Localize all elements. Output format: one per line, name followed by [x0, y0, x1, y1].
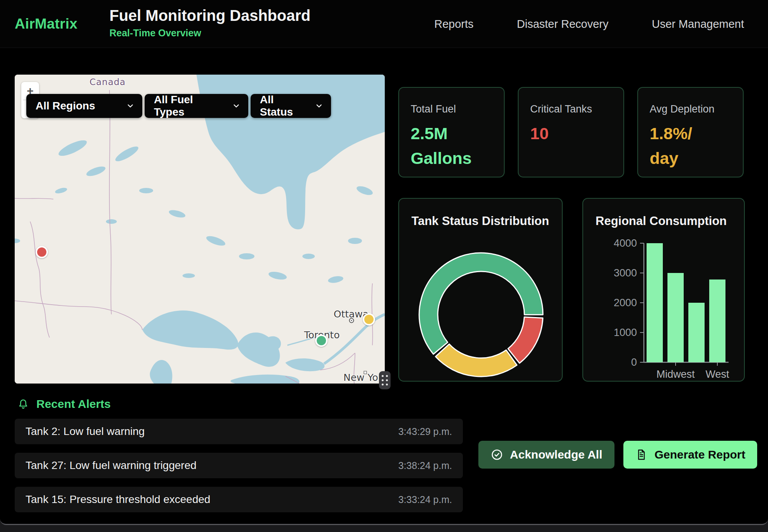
brand-logo: AirMatrix: [15, 0, 77, 48]
check-circle-icon: [491, 448, 503, 461]
alert-row[interactable]: Tank 27: Low fuel warning triggered 3:38…: [15, 453, 463, 478]
alert-row[interactable]: Tank 2: Low fuel warning 3:43:29 p.m.: [15, 419, 463, 444]
stat-value: 1.8%/ day: [650, 121, 731, 171]
regional-consumption-bar-chart: 01000200030004000MidwestWest: [583, 230, 745, 382]
fuel-type-filter-dropdown[interactable]: All Fuel Types: [145, 94, 248, 118]
alert-timestamp: 3:43:29 p.m.: [398, 426, 452, 437]
generate-report-label: Generate Report: [654, 448, 745, 461]
stat-label: Critical Tanks: [530, 103, 612, 115]
alert-message: Tank 27: Low fuel warning triggered: [26, 459, 196, 472]
page-title: Fuel Monitoring Dashboard: [109, 7, 311, 24]
map-label-canada: Canada: [89, 77, 126, 87]
acknowledge-all-label: Acknowledge All: [510, 448, 602, 461]
region-filter-dropdown[interactable]: All Regions: [26, 94, 142, 118]
svg-text:3000: 3000: [614, 267, 637, 279]
stat-label: Total Fuel: [411, 103, 492, 115]
region-filter-value: All Regions: [36, 100, 95, 112]
svg-text:0: 0: [631, 356, 637, 368]
status-filter-value: All Status: [260, 94, 305, 118]
svg-text:4000: 4000: [614, 237, 637, 249]
acknowledge-all-button[interactable]: Acknowledge All: [478, 441, 614, 469]
nav-item-reports[interactable]: Reports: [434, 18, 474, 31]
stat-card-critical-tanks: Critical Tanks 10: [518, 87, 624, 177]
alert-timestamp: 3:33:24 p.m.: [398, 494, 452, 505]
fuel-type-filter-value: All Fuel Types: [154, 94, 222, 118]
stat-label: Avg Depletion: [650, 103, 731, 115]
tank-status-marker[interactable]: [363, 313, 375, 326]
svg-text:Midwest: Midwest: [656, 368, 695, 380]
page-subtitle: Real-Time Overview: [109, 27, 311, 39]
title-block: Fuel Monitoring Dashboard Real-Time Over…: [109, 7, 311, 39]
fuel-map[interactable]: CanadaOttawaTorontoNew York + − All Regi…: [15, 75, 385, 384]
alert-message: Tank 15: Pressure threshold exceeded: [26, 493, 210, 506]
stat-card-total-fuel: Total Fuel 2.5M Gallons: [398, 87, 505, 177]
main-nav: Reports Disaster Recovery User Managemen…: [434, 0, 744, 48]
recent-alerts-heading: Recent Alerts: [17, 397, 111, 411]
svg-text:2000: 2000: [614, 297, 637, 309]
nav-item-disaster-recovery[interactable]: Disaster Recovery: [517, 18, 609, 31]
stat-card-avg-depletion: Avg Depletion 1.8%/ day: [637, 87, 744, 177]
bell-icon: [17, 398, 29, 410]
map-label-new-york: New York: [343, 372, 385, 383]
dashboard-root: AirMatrix Fuel Monitoring Dashboard Real…: [0, 0, 768, 525]
alert-message: Tank 2: Low fuel warning: [26, 425, 145, 438]
bar-chart-title: Regional Consumption: [596, 214, 727, 228]
tank-status-marker[interactable]: [36, 246, 48, 258]
tank-status-card: Tank Status Distribution: [398, 198, 563, 382]
alert-row[interactable]: Tank 15: Pressure threshold exceeded 3:3…: [15, 487, 463, 512]
regional-consumption-card: Regional Consumption 01000200030004000Mi…: [582, 198, 745, 382]
alert-timestamp: 3:38:24 p.m.: [398, 460, 452, 471]
chevron-down-icon: [126, 102, 135, 110]
generate-report-button[interactable]: Generate Report: [623, 441, 757, 469]
stat-value: 10: [530, 121, 612, 146]
map-drag-handle-icon[interactable]: [379, 371, 391, 389]
chevron-down-icon: [315, 102, 323, 110]
tank-status-marker[interactable]: [315, 334, 328, 347]
chevron-down-icon: [232, 102, 241, 110]
donut-chart-title: Tank Status Distribution: [411, 214, 549, 228]
status-filter-dropdown[interactable]: All Status: [251, 94, 331, 118]
svg-text:West: West: [705, 368, 729, 380]
stat-value: 2.5M Gallons: [411, 121, 492, 171]
header: AirMatrix Fuel Monitoring Dashboard Real…: [0, 0, 768, 48]
nav-item-user-management[interactable]: User Management: [652, 18, 744, 31]
svg-text:1000: 1000: [614, 327, 637, 338]
document-icon: [635, 448, 647, 461]
tank-status-donut-chart: [414, 247, 548, 382]
recent-alerts-label: Recent Alerts: [36, 397, 111, 411]
map-filter-bar: All Regions All Fuel Types All Status: [26, 94, 331, 118]
